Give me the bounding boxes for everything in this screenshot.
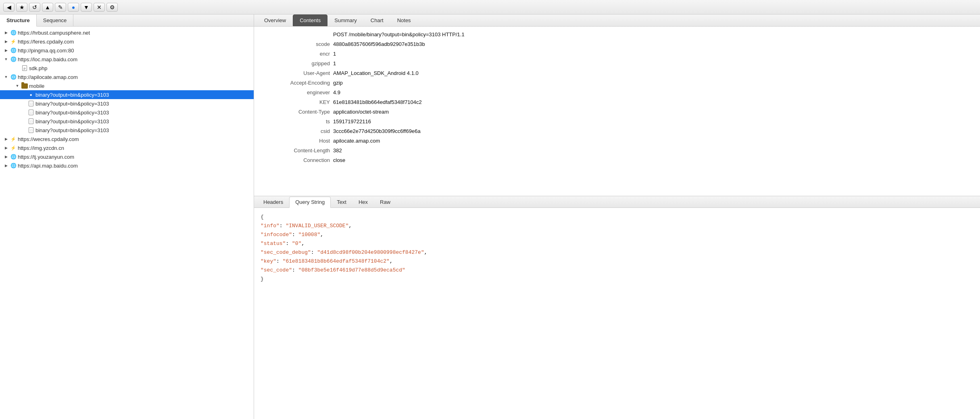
header-row: ts1591719722116: [254, 117, 980, 127]
toolbar-edit-btn[interactable]: ✎: [55, 3, 66, 12]
header-value: 1: [333, 50, 336, 58]
toolbar-down-btn[interactable]: ▼: [81, 3, 92, 12]
globe-icon-apimapbaidu: [10, 162, 17, 169]
json-line: {: [261, 213, 974, 222]
expand-icon-apilocate[interactable]: [3, 74, 9, 80]
tree-item-hrbust[interactable]: https://hrbust.campusphere.net: [0, 28, 254, 37]
tab-sequence[interactable]: Sequence: [37, 15, 74, 26]
expand-icon-youzanyun[interactable]: [3, 154, 9, 160]
header-row: Accept-Encodinggzip: [254, 78, 980, 88]
expand-icon-pingma[interactable]: [3, 48, 9, 53]
header-value: 4.9: [333, 89, 340, 97]
header-row: gzipped1: [254, 59, 980, 68]
header-value: 61e8183481b8b664edfaf5348f7104c2: [333, 98, 422, 106]
json-line: "key": "61e8183481b8b664edfaf5348f7104c2…: [261, 257, 974, 266]
header-row: csid3ccc66e2e77d4250b309f9cc6ff69e6a: [254, 127, 980, 136]
tree-item-binary-2[interactable]: □ binary?output=bin&policy=3103: [0, 99, 254, 108]
toolbar-close-btn[interactable]: ✕: [94, 3, 105, 12]
toolbar-star-btn[interactable]: ★: [16, 3, 27, 12]
header-value: 382: [333, 147, 342, 155]
toolbar-up-btn[interactable]: ▲: [42, 3, 53, 12]
header-key: [261, 31, 333, 39]
tree-item-yzcdn[interactable]: https://img.yzcdn.cn: [0, 143, 254, 152]
header-row: encr1: [254, 49, 980, 59]
tree-item-baidu[interactable]: https://loc.map.baidu.com: [0, 55, 254, 64]
doc-icon-binary2: □: [28, 100, 34, 107]
left-panel: Structure Sequence https://hrbust.campus…: [0, 15, 254, 419]
bottom-tabs: Headers Query String Text Hex Raw: [254, 196, 980, 208]
header-key: Content-Length: [261, 147, 333, 155]
header-key: enginever: [261, 89, 333, 97]
tree-item-sdk[interactable]: p sdk.php: [0, 64, 254, 73]
tree-item-mobile[interactable]: mobile: [0, 81, 254, 90]
expand-icon-apimapbaidu[interactable]: [3, 163, 9, 168]
tree-item-binary-3[interactable]: □ binary?output=bin&policy=3103: [0, 108, 254, 117]
header-key: encr: [261, 50, 333, 58]
expand-icon-yzcdn[interactable]: [3, 145, 9, 151]
expand-icon-baidu[interactable]: [3, 56, 9, 62]
header-value: application/octet-stream: [333, 108, 389, 116]
tab-notes[interactable]: Notes: [390, 15, 418, 26]
tab-headers[interactable]: Headers: [257, 196, 289, 207]
header-row: scode4880a86357606f596adb92907e351b3b: [254, 39, 980, 49]
toolbar-back-btn[interactable]: ◀: [3, 3, 15, 12]
expand-icon-feres[interactable]: [3, 39, 9, 44]
tab-chart[interactable]: Chart: [364, 15, 390, 26]
toolbar-blue-btn[interactable]: ●: [68, 3, 79, 12]
main-container: Structure Sequence https://hrbust.campus…: [0, 15, 980, 419]
header-row: User-AgentAMAP_Location_SDK_Android 4.1.…: [254, 68, 980, 78]
header-row: Content-Typeapplication/octet-stream: [254, 107, 980, 117]
tree-item-binary-4[interactable]: □ binary?output=bin&policy=3103: [0, 117, 254, 126]
header-row: POST /mobile/binary?output=bin&policy=31…: [254, 30, 980, 39]
header-key: scode: [261, 40, 333, 48]
header-value: close: [333, 156, 345, 164]
json-line: }: [261, 275, 974, 284]
tab-contents[interactable]: Contents: [293, 15, 327, 26]
doc-icon-binary4: □: [28, 118, 34, 124]
left-tabs: Structure Sequence: [0, 15, 254, 27]
globe-icon-youzanyun: [10, 153, 17, 160]
tab-text[interactable]: Text: [331, 196, 352, 207]
lightning-icon-wecres: [10, 136, 17, 142]
expand-icon-mobile[interactable]: [15, 83, 20, 89]
lightning-icon-feres: [10, 38, 17, 45]
tree-item-feres[interactable]: https://feres.cpdaily.com: [0, 37, 254, 46]
header-key: Content-Type: [261, 108, 333, 116]
tab-query-string[interactable]: Query String: [289, 197, 331, 208]
header-value: gzip: [333, 79, 343, 87]
header-key: User-Agent: [261, 69, 333, 77]
right-top-tabs: Overview Contents Summary Chart Notes: [254, 15, 980, 27]
json-line: "sec_code_debug": "d41d8cd98f00b204e9800…: [261, 248, 974, 257]
tab-overview[interactable]: Overview: [257, 15, 293, 26]
tree-item-apilocate[interactable]: http://apilocate.amap.com: [0, 73, 254, 81]
tab-raw[interactable]: Raw: [374, 196, 396, 207]
header-row: Connectionclose: [254, 156, 980, 165]
tree-item-apimapbaidu[interactable]: https://api.map.baidu.com: [0, 161, 254, 170]
header-key: KEY: [261, 98, 333, 106]
toolbar-refresh-btn[interactable]: ↺: [29, 3, 40, 12]
globe-icon-apilocate: [10, 74, 17, 80]
header-value: apilocate.amap.com: [333, 137, 380, 145]
tree-item-binary-5[interactable]: □ binary?output=bin&policy=3103: [0, 126, 254, 135]
doc-icon-binary3: □: [28, 109, 34, 116]
tree-item-youzanyun[interactable]: https://tj.youzanyun.com: [0, 152, 254, 161]
json-line: "sec_code": "08bf3be5e16f4619d77e88d5d9e…: [261, 266, 974, 275]
tab-structure[interactable]: Structure: [0, 15, 37, 27]
header-value: 1: [333, 60, 336, 68]
tab-hex[interactable]: Hex: [352, 196, 374, 207]
header-key: ts: [261, 118, 333, 126]
header-row: Hostapilocate.amap.com: [254, 136, 980, 146]
header-value: 4880a86357606f596adb92907e351b3b: [333, 40, 425, 48]
header-key: Connection: [261, 156, 333, 164]
tree-container: https://hrbust.campusphere.net https://f…: [0, 27, 254, 419]
tree-item-wecres[interactable]: https://wecres.cpdaily.com: [0, 135, 254, 143]
expand-icon-wecres[interactable]: [3, 136, 9, 142]
doc-icon-binary5: □: [28, 127, 34, 133]
expand-icon-hrbust[interactable]: [3, 30, 9, 35]
header-key: Accept-Encoding: [261, 79, 333, 87]
tab-summary[interactable]: Summary: [327, 15, 364, 26]
tree-item-pingma[interactable]: http://pingma.qq.com:80: [0, 46, 254, 55]
header-row: enginever4.9: [254, 88, 980, 97]
tree-item-binary-selected[interactable]: ■ binary?output=bin&policy=3103: [0, 90, 254, 99]
toolbar-settings-btn[interactable]: ⚙: [106, 3, 118, 12]
